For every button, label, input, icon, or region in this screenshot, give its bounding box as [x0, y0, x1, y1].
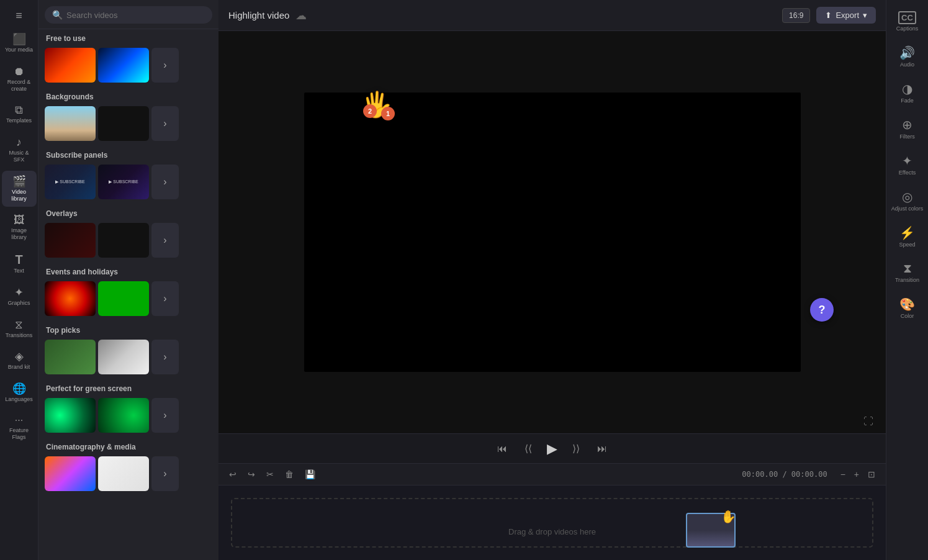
- export-button[interactable]: ⬆ Export ▾: [816, 7, 876, 24]
- right-item-color[interactable]: 🎨 Color: [889, 291, 926, 325]
- help-button[interactable]: ?: [810, 298, 834, 322]
- thumbnail-sub2[interactable]: ▶ SUBSCRIBE: [98, 165, 149, 199]
- more-button-events[interactable]: ›: [151, 281, 179, 316]
- thumbnail-overlay2[interactable]: [98, 223, 149, 258]
- thumbnail-cinema[interactable]: [98, 456, 149, 491]
- sidebar-item-feature-flags[interactable]: ··· Feature Flags: [2, 410, 37, 446]
- zoom-in-button[interactable]: +: [851, 467, 862, 481]
- track-cursor: ✋: [721, 509, 736, 526]
- sidebar-item-music[interactable]: ♪ Music & SFX: [2, 132, 37, 168]
- section-backgrounds: Backgrounds ›: [38, 93, 218, 141]
- sidebar-hamburger[interactable]: ≡: [2, 5, 37, 26]
- cloud-save-icon: ☁: [295, 9, 307, 22]
- skip-back-button[interactable]: ⏮: [495, 441, 510, 457]
- fullscreen-button[interactable]: ⛶: [863, 416, 873, 427]
- back-button[interactable]: ⟨⟨: [522, 440, 534, 457]
- right-item-filters[interactable]: ⊕ Filters: [889, 111, 926, 146]
- thumbnail-fireworks[interactable]: [45, 281, 96, 316]
- thumbnail-particles2[interactable]: [98, 398, 149, 433]
- ratio-button[interactable]: 16:9: [782, 8, 810, 23]
- right-item-captions[interactable]: CC Captions: [889, 5, 926, 38]
- more-button-green-screen[interactable]: ›: [151, 398, 179, 433]
- sidebar-item-video-library[interactable]: 🎬 Video library: [2, 171, 37, 207]
- section-title-events-holidays: Events and holidays: [45, 268, 212, 276]
- sidebar-item-languages[interactable]: 🌐 Languages: [2, 378, 37, 408]
- timeline: ↩ ↪ ✂ 🗑 💾 00:00.00 / 00:00.00 − + ⊡ Drag…: [218, 464, 886, 560]
- feature-flags-icon: ···: [15, 415, 23, 425]
- more-button-subscribe[interactable]: ›: [151, 165, 179, 199]
- thumbnail-film[interactable]: [45, 456, 96, 491]
- time-total: 00:00.00: [791, 470, 827, 479]
- thumbnail-neon[interactable]: [98, 48, 149, 83]
- record-icon: ⏺: [14, 66, 25, 77]
- sidebar-item-your-media[interactable]: ⬛ Your media: [2, 29, 37, 58]
- sidebar-item-graphics[interactable]: ✦ Graphics: [2, 282, 37, 312]
- right-item-transition[interactable]: ⧗ Transition: [889, 255, 926, 289]
- sidebar-item-label: Languages: [5, 396, 33, 403]
- forward-button[interactable]: ⟩⟩: [570, 440, 582, 457]
- sidebar-item-text[interactable]: T Text: [2, 248, 37, 279]
- more-button-backgrounds[interactable]: ›: [151, 106, 179, 141]
- section-title-overlays: Overlays: [45, 209, 212, 218]
- effects-icon: ✦: [902, 153, 912, 168]
- right-item-fade[interactable]: ◑ Fade: [889, 75, 926, 110]
- thumbnail-particles1[interactable]: [45, 398, 96, 433]
- captions-icon: CC: [898, 11, 916, 24]
- right-item-adjust[interactable]: ◎ Adjust colors: [889, 183, 926, 218]
- play-button[interactable]: ▶: [547, 441, 557, 457]
- more-button-overlays[interactable]: ›: [151, 223, 179, 258]
- thumbnail-dark[interactable]: [98, 106, 149, 141]
- thumbnail-overlay1[interactable]: [45, 223, 96, 258]
- right-item-effects[interactable]: ✦ Effects: [889, 147, 926, 182]
- right-item-label: Fade: [901, 97, 914, 104]
- thumbnail-smoke[interactable]: [98, 340, 149, 374]
- audio-icon: 🔊: [899, 45, 915, 60]
- brand-kit-icon: ◈: [15, 351, 24, 362]
- filters-icon: ⊕: [902, 117, 912, 132]
- cut-button[interactable]: ✂: [263, 467, 277, 481]
- search-container[interactable]: 🔍: [45, 6, 212, 24]
- delete-button[interactable]: 🗑: [282, 467, 297, 481]
- section-title-free-to-use: Free to use: [45, 34, 212, 43]
- right-item-label: Captions: [896, 25, 919, 32]
- timeline-toolbar: ↩ ↪ ✂ 🗑 💾 00:00.00 / 00:00.00 − + ⊡: [218, 464, 886, 485]
- undo-button[interactable]: ↩: [226, 467, 240, 481]
- timeline-track-area[interactable]: Drag & drop videos here ✋: [218, 485, 886, 560]
- thumbnail-sub1[interactable]: ▶ SUBSCRIBE: [45, 165, 96, 199]
- more-button-free-to-use[interactable]: ›: [151, 48, 179, 83]
- redo-button[interactable]: ↪: [245, 467, 258, 481]
- topbar-left: Highlight video ☁: [228, 9, 307, 22]
- thumbnail-fire[interactable]: [45, 48, 96, 83]
- thumbnail-nature[interactable]: [45, 340, 96, 374]
- skip-forward-button[interactable]: ⏭: [595, 441, 610, 457]
- sidebar-item-brand-kit[interactable]: ◈ Brand kit: [2, 346, 37, 376]
- right-item-label: Effects: [899, 169, 916, 176]
- section-subscribe-panels: Subscribe panels ▶ SUBSCRIBE ▶ SUBSCRIBE…: [38, 151, 218, 199]
- zoom-fit-button[interactable]: ⊡: [865, 467, 878, 481]
- sidebar-item-image-library[interactable]: 🖼 Image library: [2, 209, 37, 246]
- track-drop-area[interactable]: Drag & drop videos here ✋: [231, 498, 873, 548]
- right-item-audio[interactable]: 🔊 Audio: [889, 39, 926, 74]
- sidebar-item-label: Your media: [5, 47, 33, 53]
- sidebar-item-label: Transitions: [6, 332, 33, 339]
- more-button-top-picks[interactable]: ›: [151, 340, 179, 374]
- section-title-top-picks: Top picks: [45, 326, 212, 335]
- speed-icon: ⚡: [899, 225, 915, 240]
- save-button[interactable]: 💾: [302, 467, 318, 481]
- right-item-label: Adjust colors: [891, 205, 924, 212]
- thumb-row: ›: [45, 340, 212, 374]
- right-item-speed[interactable]: ⚡ Speed: [889, 219, 926, 254]
- sidebar-item-record[interactable]: ⏺ Record & create: [2, 61, 37, 97]
- zoom-out-button[interactable]: −: [837, 467, 849, 481]
- search-section: 🔍: [38, 0, 218, 29]
- export-chevron-icon: ▾: [863, 11, 867, 20]
- sidebar-item-transitions[interactable]: ⧖ Transitions: [2, 314, 37, 344]
- sidebar-item-label: Text: [14, 268, 24, 274]
- hamburger-icon: ≡: [16, 10, 22, 21]
- search-input[interactable]: [66, 11, 205, 20]
- sidebar-item-templates[interactable]: ⧉ Templates: [2, 99, 37, 129]
- more-button-cinematography[interactable]: ›: [151, 456, 179, 491]
- thumbnail-sky[interactable]: [45, 106, 96, 141]
- thumbnail-green-holiday[interactable]: [98, 281, 149, 316]
- video-canvas: [304, 93, 801, 372]
